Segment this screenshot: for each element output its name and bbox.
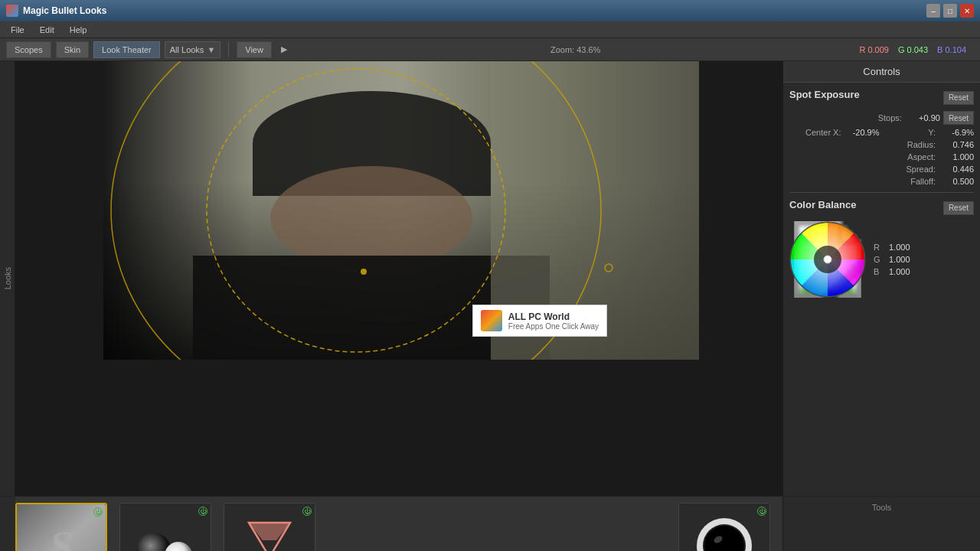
app-icon	[6, 5, 18, 17]
color-wheel-section: R 1.000 G 1.000 B 1.000	[789, 221, 974, 298]
spot-exposure-reset-button[interactable]: Reset	[943, 91, 974, 105]
look-theater-button[interactable]: Look Theater	[93, 41, 160, 58]
radius-row: Radius: 0.746	[789, 140, 974, 149]
titlebar-controls: – □ ✕	[926, 4, 974, 18]
b-channel-val: 1.000	[889, 267, 910, 276]
zoom-value: 43.6%	[577, 45, 600, 54]
video-content: ALL PC World Free Apps One Click Away	[103, 61, 699, 360]
stops-row: Stops: +0.90 Reset	[789, 111, 974, 125]
lens-power-icon[interactable]: ⏻	[757, 507, 766, 516]
menu-file[interactable]: File	[3, 24, 32, 36]
watermark-text: ALL PC World Free Apps One Click Away	[508, 311, 599, 331]
spot-s-letter: S	[49, 522, 73, 551]
film-card-lens-distortion[interactable]: ⏻ Lens Distort	[678, 503, 770, 551]
zoom-display: Zoom: 43.6%	[296, 45, 854, 54]
g-channel-val: 1.000	[889, 255, 910, 264]
view-button[interactable]: View	[237, 41, 272, 58]
falloff-label: Falloff:	[789, 177, 936, 186]
close-button[interactable]: ✕	[960, 4, 974, 18]
radius-value: 0.746	[936, 140, 974, 149]
dropdown-arrow-icon: ▼	[207, 45, 215, 54]
left-panel: Looks	[0, 61, 15, 496]
menu-edit[interactable]: Edit	[32, 24, 62, 36]
film-card-cosmo[interactable]: ⏻	[224, 503, 315, 551]
play-button[interactable]: ▶	[276, 42, 292, 57]
center-x-value: -20.9%	[841, 128, 880, 137]
bottom-filmstrip-area: ⏻ S Spot Exposure ⏻	[0, 496, 980, 551]
svg-point-10	[137, 533, 171, 551]
watermark-title: ALL PC World	[508, 311, 599, 322]
aspect-label: Aspect:	[789, 152, 936, 161]
watermark-logo-icon	[481, 310, 502, 331]
film-card-spot-exposure[interactable]: ⏻ S Spot Exposure	[15, 503, 107, 551]
stops-label: Stops:	[789, 113, 902, 122]
main-area: Looks	[0, 61, 980, 496]
radius-label: Radius:	[789, 140, 936, 149]
color-balance-rgb-values: R 1.000 G 1.000 B 1.000	[874, 243, 910, 276]
toolbar-separator	[228, 42, 229, 57]
titlebar: Magic Bullet Looks – □ ✕	[0, 0, 980, 21]
center-xy-row: Center X: -20.9% Y: -6.9%	[789, 128, 974, 137]
titlebar-left: Magic Bullet Looks	[6, 5, 106, 17]
minimize-button[interactable]: –	[926, 4, 940, 18]
controls-title: Controls	[863, 66, 900, 77]
preview-area: ALL PC World Free Apps One Click Away	[15, 61, 782, 496]
lens-distortion-thumb	[679, 504, 769, 551]
watermark-subtitle: Free Apps One Click Away	[508, 322, 599, 331]
film-card-colorista[interactable]: ⏻	[119, 503, 211, 551]
r-value-row: R 1.000	[874, 243, 910, 252]
color-balance-title: Color Balance	[789, 199, 856, 210]
aspect-value: 1.000	[936, 152, 974, 161]
filmstrip-spacer	[322, 503, 672, 551]
b-channel-label: B	[874, 267, 884, 276]
toolbar: Scopes Skin Look Theater All Looks ▼ Vie…	[0, 38, 980, 61]
g-channel-display: G 0.043	[898, 45, 928, 54]
color-wheel[interactable]	[789, 221, 866, 298]
divider-1	[789, 192, 974, 193]
cosmo-power-icon[interactable]: ⏻	[302, 507, 312, 516]
spread-label: Spread:	[789, 165, 936, 174]
spot-exposure-section: Spot Exposure Reset Stops: +0.90 Reset C…	[789, 89, 974, 186]
app-title: Magic Bullet Looks	[23, 5, 106, 16]
maximize-button[interactable]: □	[943, 4, 957, 18]
g-channel-label: G	[874, 255, 884, 264]
r-channel-val: 1.000	[889, 243, 910, 252]
looks-sidebar-label: Looks	[3, 267, 12, 289]
y-value: -6.9%	[936, 128, 974, 137]
rgb-display: R 0.009 G 0.043 B 0.104	[859, 45, 966, 54]
spot-exposure-thumb: S	[17, 504, 106, 551]
menu-help[interactable]: Help	[62, 24, 95, 36]
controls-panel: Controls Spot Exposure Reset Stops: +0.9…	[782, 61, 980, 496]
spread-row: Spread: 0.446	[789, 165, 974, 174]
colorista-thumb	[120, 504, 211, 551]
video-frame[interactable]: ALL PC World Free Apps One Click Away	[103, 61, 699, 360]
spot-exposure-power-icon[interactable]: ⏻	[93, 507, 103, 517]
g-value-row: G 1.000	[874, 255, 910, 264]
color-balance-reset-button[interactable]: Reset	[943, 201, 974, 215]
all-looks-dropdown[interactable]: All Looks ▼	[165, 41, 221, 58]
watermark: ALL PC World Free Apps One Click Away	[472, 305, 607, 337]
stops-reset-button[interactable]: Reset	[943, 111, 974, 125]
skin-button[interactable]: Skin	[56, 41, 89, 58]
spread-value: 0.446	[936, 165, 974, 174]
y-label: Y:	[884, 128, 936, 137]
filmstrip-right-panel: Tools	[782, 497, 980, 551]
tools-sidebar-label: Tools	[872, 503, 892, 512]
filmstrip: ⏻ S Spot Exposure ⏻	[15, 497, 782, 551]
color-balance-section: Color Balance Reset	[789, 199, 974, 298]
falloff-row: Falloff: 0.500	[789, 177, 974, 186]
scopes-button[interactable]: Scopes	[6, 41, 51, 58]
center-x-label: Center X:	[789, 128, 841, 137]
r-channel-display: R 0.009	[859, 45, 889, 54]
r-channel-label: R	[874, 243, 884, 252]
falloff-value: 0.500	[936, 177, 974, 186]
svg-point-8	[824, 256, 831, 263]
menubar: File Edit Help	[0, 21, 980, 38]
b-channel-display: B 0.104	[937, 45, 966, 54]
stops-value: +0.90	[902, 113, 940, 122]
colorista-power-icon[interactable]: ⏻	[198, 507, 207, 516]
spot-exposure-title: Spot Exposure	[789, 89, 860, 100]
filmstrip-left-spacer	[0, 497, 15, 551]
all-looks-label: All Looks	[170, 45, 204, 54]
b-value-row: B 1.000	[874, 267, 910, 276]
